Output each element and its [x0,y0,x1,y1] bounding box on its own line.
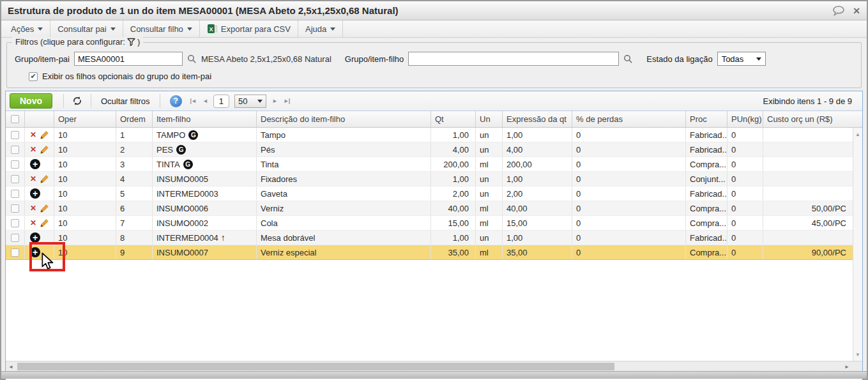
table-row[interactable]: ✕ + 10 9 INSUMO0007 G ↑ Verniz especial … [6,245,853,260]
delete-icon[interactable]: ✕ [30,174,36,183]
table-row[interactable]: ✕ + 10 5 INTERMED0003 G ↑ Gaveta 2,00 un… [6,186,853,201]
cell-descricao: Pés [257,142,431,156]
next-page-button[interactable]: ► [269,96,280,105]
scroll-up-icon[interactable]: ▲ [853,129,862,139]
table-row[interactable]: ✕ + 10 1 TAMPO G ↑ Tampo 1,00 un 1,00 0 … [6,128,853,142]
table-row[interactable]: ✕ + 10 4 INSUMO0005 G ↑ Fixadores 1,00 u… [6,172,853,186]
help-icon[interactable]: ? [170,95,182,107]
horizontal-scrollbar[interactable]: ◄ ► [6,361,862,372]
new-button[interactable]: Novo [10,93,52,109]
cell-custo: 45,00/PC [763,216,853,230]
prev-page-button[interactable]: ◄ [199,96,211,105]
table-row[interactable]: ✕ + 10 3 TINTA G ↑ Tinta 200,00 ml 200,0… [6,157,853,172]
column-expressao[interactable]: Expressão da qt [503,111,572,127]
cell-ordem: 1 [116,128,153,142]
cell-expressao: 1,00 [503,231,572,245]
refresh-icon[interactable] [68,96,86,106]
cell-custo: 50,00/PC [763,201,853,215]
hide-filters-button[interactable]: Ocultar filtros [96,94,155,109]
cell-custo [763,142,853,156]
last-page-button[interactable]: ►| [280,96,293,105]
edit-pencil-icon[interactable] [40,218,49,228]
row-checkbox[interactable] [11,175,19,183]
chevron-down-icon [187,27,192,31]
excel-icon: X [207,24,217,34]
table-row[interactable]: ✕ + 10 2 PES G ↑ Pés 4,00 un 4,00 0 Fabr… [6,142,853,157]
chevron-down-icon [756,57,761,61]
child-item-input[interactable] [408,52,619,66]
row-checkbox[interactable] [11,131,19,139]
cell-proc: Compra... [686,216,727,230]
row-checkbox[interactable] [11,234,19,242]
first-page-button[interactable]: |◄ [187,96,199,105]
cell-descricao: Fixadores [257,172,431,186]
add-icon[interactable]: + [30,159,40,169]
cell-ordem: 6 [116,201,153,215]
page-size-select[interactable]: 50 [234,95,266,108]
filters-legend[interactable]: Filtros (clique para configurar: ) [12,37,143,47]
link-state-select[interactable]: Todas [717,52,766,66]
cell-ordem: 5 [116,186,153,201]
search-icon[interactable] [187,54,197,64]
cell-proc: Conjunt... [686,172,727,186]
row-checkbox[interactable] [11,160,19,169]
grid-toolbar: Novo Ocultar filtros ? |◄ ◄ 1 50 ► [6,91,862,111]
row-checkbox[interactable] [11,219,19,227]
cell-descricao: Tampo [257,128,431,142]
column-item-filho[interactable]: Item-filho [153,111,257,127]
column-oper[interactable]: Oper [54,111,116,127]
cell-proc: Fabricad... [686,142,727,156]
row-checkbox[interactable] [11,146,19,154]
select-all-checkbox[interactable] [11,115,19,123]
add-icon[interactable]: + [30,188,40,199]
column-qt[interactable]: Qt [431,111,476,127]
edit-pencil-icon[interactable] [40,145,49,155]
row-checkbox[interactable] [11,204,19,213]
table-row[interactable]: ✕ + 10 6 INSUMO0006 G ↑ Verniz 40,00 ml … [6,201,853,216]
row-checkbox[interactable] [11,248,19,257]
delete-icon[interactable]: ✕ [30,218,36,227]
edit-pencil-icon[interactable] [40,130,49,140]
group-badge-icon: G [176,145,186,155]
delete-icon[interactable]: ✕ [30,145,36,154]
delete-icon[interactable]: ✕ [30,130,36,139]
group-badge-icon: G [188,130,198,140]
column-proc[interactable]: Proc [686,111,727,127]
column-un[interactable]: Un [476,111,503,127]
column-custo[interactable]: Custo orç un (R$) [763,111,862,127]
horizontal-scroll-thumb[interactable] [17,363,614,370]
table-row[interactable]: ✕ + 10 8 INTERMED0004 G ↑ Mesa dobrável … [6,231,853,245]
column-ordem[interactable]: Ordem [116,111,153,127]
comment-icon[interactable] [832,6,845,16]
page-number[interactable]: 1 [213,95,229,108]
cell-qt: 4,00 [431,142,476,156]
column-pun[interactable]: PUn(kg) [727,111,763,127]
scroll-down-icon[interactable]: ▼ [853,349,862,360]
menu-consultar-filho[interactable]: Consultar filho [123,20,200,37]
column-perdas[interactable]: % de perdas [572,111,686,127]
table-row[interactable]: ✕ + 10 7 INSUMO0002 G ↑ Cola 15,00 ml 15… [6,216,853,231]
search-icon[interactable] [623,54,633,64]
chevron-down-icon [38,27,43,31]
edit-pencil-icon[interactable] [40,174,49,184]
column-descricao[interactable]: Descrição do item-filho [257,111,431,127]
cell-proc: Compra... [686,201,727,215]
parent-item-input[interactable] [74,52,183,66]
menu-consultar-pai[interactable]: Consultar pai [50,20,123,37]
scroll-right-icon[interactable]: ► [842,364,852,370]
menu-ajuda[interactable]: Ajuda [298,20,343,37]
cell-pun: 0 [727,216,763,230]
menu-exportar-csv[interactable]: X Exportar para CSV [200,20,298,37]
cell-un: ml [476,157,503,171]
show-optional-checkbox[interactable]: ✔ [29,72,38,81]
edit-pencil-icon[interactable] [40,204,49,213]
close-icon[interactable]: ✕ [853,6,860,15]
cell-perdas: 0 [572,201,686,215]
add-icon[interactable]: + [30,232,40,243]
scroll-left-icon[interactable]: ◄ [6,364,16,370]
menu-acoes[interactable]: Ações [4,20,50,37]
vertical-scrollbar[interactable]: ▲ ▼ [853,128,862,361]
row-checkbox[interactable] [11,190,19,198]
delete-icon[interactable]: ✕ [30,204,36,213]
add-icon[interactable]: + [30,247,40,257]
